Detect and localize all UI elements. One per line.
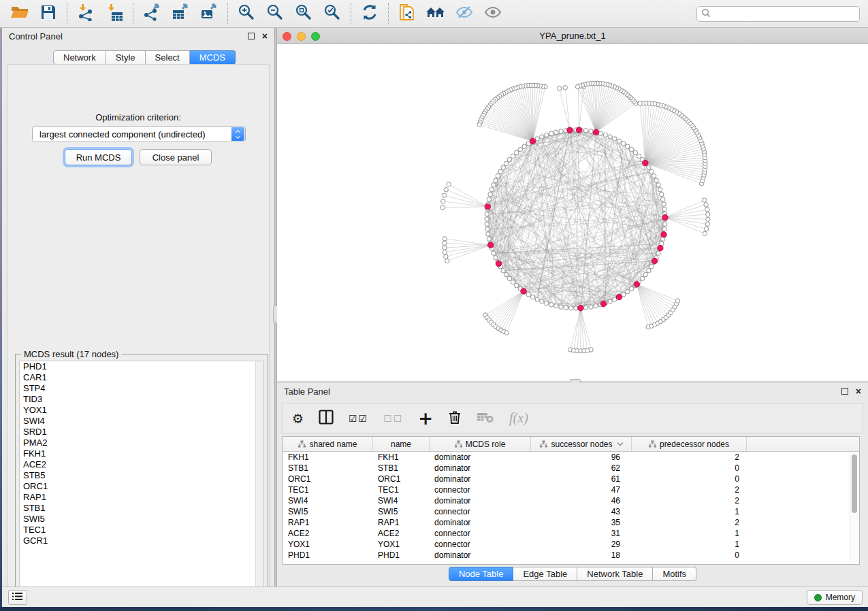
zoom-in-button[interactable] <box>232 2 261 25</box>
table-cell: FKH1 <box>283 452 373 462</box>
column-header-mcds-role[interactable]: MCDS role <box>430 437 531 451</box>
delete-column-trash-icon[interactable] <box>448 410 462 427</box>
zoom-selected-button[interactable] <box>318 2 347 25</box>
mcds-result-list[interactable]: PHD1CAR1STP4TID3YOX1SWI4SRD1PMA2FKH1ACE2… <box>19 361 264 600</box>
table-cell: 96 <box>531 452 632 462</box>
export-network-button[interactable] <box>138 2 166 25</box>
table-settings-gear-icon[interactable]: ⚙ <box>292 411 304 426</box>
mcds-node-item[interactable]: STP4 <box>20 383 263 394</box>
mcds-node-item[interactable]: TEC1 <box>20 525 263 535</box>
table-cell: TEC1 <box>283 485 373 495</box>
network-canvas[interactable] <box>277 44 868 381</box>
mcds-node-item[interactable]: CAR1 <box>20 372 263 383</box>
table-cell: YOX1 <box>283 540 373 549</box>
table-row[interactable]: SWI5SWI5connector431 <box>283 506 859 517</box>
task-history-button[interactable] <box>8 590 27 605</box>
maximize-traffic-light[interactable] <box>311 32 320 41</box>
mcds-node-item[interactable]: ORC1 <box>20 481 263 492</box>
table-scrollbar-thumb[interactable] <box>852 455 857 513</box>
mcds-node-item[interactable]: ACE2 <box>20 459 263 470</box>
zoom-out-button[interactable] <box>261 2 289 25</box>
save-session-button[interactable] <box>34 2 63 25</box>
mcds-node-item[interactable]: FKH1 <box>20 448 263 459</box>
table-row[interactable]: YOX1YOX1connector291 <box>283 539 859 550</box>
duplicate-network-button[interactable] <box>393 2 421 25</box>
column-header-predecessor-nodes[interactable]: predecessor nodes <box>632 437 747 451</box>
export-image-button[interactable] <box>195 2 223 25</box>
search-box[interactable] <box>696 6 860 22</box>
table-row[interactable]: SWI4SWI4dominator462 <box>283 495 859 506</box>
open-file-button[interactable] <box>5 2 34 25</box>
mcds-node-item[interactable]: RAP1 <box>20 492 263 503</box>
close-traffic-light[interactable] <box>283 32 291 41</box>
mcds-node-item[interactable]: STB5 <box>20 470 263 481</box>
table-cell: 2 <box>632 485 747 495</box>
control-panel-tabs: Network Style Select MCDS <box>53 50 236 65</box>
export-table-button[interactable] <box>166 2 195 25</box>
column-header-name[interactable]: name <box>373 437 430 451</box>
show-columns-icon[interactable] <box>319 410 334 427</box>
column-type-icon <box>649 440 656 448</box>
table-row[interactable]: ORC1ORC1dominator610 <box>283 474 859 484</box>
select-all-icon[interactable]: ☑☑ <box>349 413 368 424</box>
minimize-traffic-light[interactable] <box>297 32 306 41</box>
list-icon <box>12 591 23 604</box>
hide-selected-button[interactable] <box>450 2 479 25</box>
close-panel-icon[interactable]: × <box>856 388 861 395</box>
import-network-button[interactable] <box>71 2 100 25</box>
mcds-list-scrollbar[interactable] <box>255 361 263 599</box>
mcds-node-item[interactable]: SWI4 <box>20 416 263 427</box>
table-cell: RAP1 <box>283 518 373 527</box>
table-row[interactable]: TEC1TEC1connector472 <box>283 484 859 495</box>
floppy-disk-icon <box>40 4 57 23</box>
close-panel-icon[interactable]: × <box>262 33 268 39</box>
table-cell: 61 <box>531 474 632 484</box>
network-graph[interactable] <box>277 44 868 381</box>
toolbar-separator <box>351 3 351 24</box>
toolbar-separator <box>227 3 228 24</box>
run-mcds-button[interactable]: Run MCDS <box>65 149 132 165</box>
mcds-node-item[interactable]: SWI5 <box>20 514 263 525</box>
memory-button[interactable]: Memory <box>807 590 863 605</box>
float-panel-icon[interactable] <box>248 33 255 39</box>
mcds-node-item[interactable]: YOX1 <box>20 405 263 416</box>
show-all-button[interactable] <box>479 2 507 25</box>
tab-network[interactable]: Network <box>53 50 106 65</box>
table-cell: SWI4 <box>283 496 373 506</box>
float-panel-icon[interactable] <box>841 388 848 395</box>
tab-mcds[interactable]: MCDS <box>190 50 236 65</box>
table-row[interactable]: STB1STB1dominator620 <box>283 463 859 474</box>
table-row[interactable]: RAP1RAP1dominator352 <box>283 517 859 528</box>
table-row[interactable]: ACE2ACE2connector311 <box>283 528 859 539</box>
tab-motifs[interactable]: Motifs <box>653 567 696 581</box>
search-input[interactable] <box>713 10 859 19</box>
apply-layout-button[interactable] <box>355 2 384 25</box>
column-type-icon <box>455 440 462 448</box>
criterion-dropdown[interactable]: largest connected component (undirected) <box>32 126 246 142</box>
import-table-button[interactable] <box>100 2 129 25</box>
mcds-node-item[interactable]: TID3 <box>20 394 263 405</box>
table-row[interactable]: PHD1PHD1dominator180 <box>283 550 859 561</box>
tab-node-table[interactable]: Node Table <box>449 567 514 581</box>
zoom-fit-button[interactable] <box>289 2 318 25</box>
column-header-shared-name[interactable]: shared name <box>283 437 373 451</box>
column-header-successor-nodes[interactable]: successor nodes <box>531 437 632 451</box>
first-neighbors-button[interactable] <box>421 2 450 25</box>
mcds-node-item[interactable]: SRD1 <box>20 427 263 437</box>
tab-edge-table[interactable]: Edge Table <box>513 567 577 581</box>
add-column-plus-icon[interactable]: + <box>418 412 433 425</box>
network-window-titlebar[interactable]: YPA_prune.txt_1 <box>277 28 868 44</box>
mcds-node-item[interactable]: STB1 <box>20 503 263 514</box>
tab-style[interactable]: Style <box>106 50 146 65</box>
table-row[interactable]: FKH1FKH1dominator962 <box>283 452 859 463</box>
sort-descending-icon <box>617 440 622 446</box>
deselect-all-icon[interactable]: ☐☐ <box>383 413 403 424</box>
table-cell: STB1 <box>373 463 430 473</box>
table-scrollbar[interactable] <box>850 453 858 564</box>
mcds-node-item[interactable]: GCR1 <box>20 535 263 546</box>
tab-network-table[interactable]: Network Table <box>577 567 653 581</box>
mcds-node-item[interactable]: PMA2 <box>20 437 263 448</box>
close-panel-button[interactable]: Close panel <box>140 149 212 165</box>
tab-select[interactable]: Select <box>146 50 190 65</box>
mcds-node-item[interactable]: PHD1 <box>20 361 263 372</box>
